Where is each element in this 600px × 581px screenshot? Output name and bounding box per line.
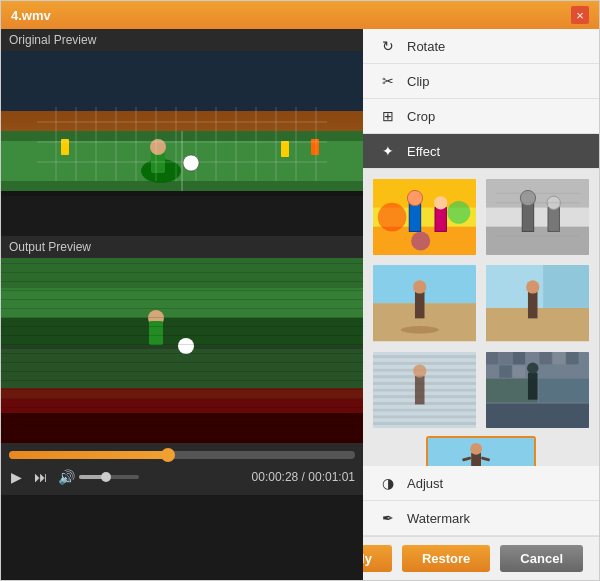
svg-rect-85 — [538, 378, 589, 402]
svg-point-34 — [434, 196, 447, 209]
right-panel: ↻ Rotate ✂ Clip ⊞ Crop ✦ Effect — [363, 29, 599, 580]
original-preview — [1, 51, 363, 236]
svg-point-53 — [401, 326, 439, 334]
svg-rect-3 — [1, 141, 363, 181]
tool-clip[interactable]: ✂ Clip — [363, 64, 599, 99]
original-scene — [1, 51, 363, 236]
svg-rect-83 — [513, 365, 525, 377]
svg-point-58 — [526, 280, 539, 293]
svg-rect-81 — [486, 365, 498, 377]
tool-watermark[interactable]: ✒ Watermark — [363, 501, 599, 536]
effect-icon: ✦ — [379, 142, 397, 160]
svg-point-52 — [413, 280, 426, 293]
play-button[interactable]: ▶ — [9, 467, 24, 487]
adjust-label: Adjust — [407, 476, 443, 491]
effect-svg-2 — [486, 179, 589, 255]
main-content: Original Preview — [1, 29, 599, 580]
left-panel: Original Preview — [1, 29, 363, 580]
svg-rect-21 — [149, 323, 163, 345]
svg-rect-43 — [548, 208, 559, 232]
output-preview-label: Output Preview — [1, 236, 363, 258]
svg-rect-76 — [513, 352, 525, 364]
svg-point-9 — [183, 155, 199, 171]
svg-point-36 — [447, 201, 470, 224]
svg-rect-75 — [499, 352, 511, 364]
clip-icon: ✂ — [379, 72, 397, 90]
effect-svg-3 — [373, 265, 476, 341]
effect-svg-7 — [428, 438, 534, 466]
svg-rect-14 — [1, 191, 363, 196]
forward-icon: ⏭ — [34, 469, 48, 485]
effect-thumb-3[interactable] — [371, 263, 478, 343]
close-button[interactable]: × — [571, 6, 589, 24]
effect-thumb-4[interactable] — [484, 263, 591, 343]
effects-grid-inner: Mirror Vertical — [371, 177, 591, 466]
svg-point-93 — [470, 443, 482, 455]
svg-rect-86 — [486, 403, 589, 428]
svg-point-22 — [148, 310, 164, 326]
forward-button[interactable]: ⏭ — [32, 467, 50, 487]
play-icon: ▶ — [11, 469, 22, 485]
main-window: 4.wmv × Original Preview — [0, 0, 600, 581]
svg-rect-57 — [528, 292, 538, 319]
effects-grid: Mirror Vertical — [363, 169, 599, 466]
svg-rect-16 — [1, 258, 363, 288]
svg-rect-27 — [1, 258, 363, 443]
svg-point-88 — [527, 362, 538, 373]
svg-rect-17 — [1, 288, 363, 318]
svg-rect-31 — [409, 203, 420, 232]
svg-rect-78 — [539, 352, 551, 364]
svg-rect-82 — [499, 365, 511, 377]
svg-point-32 — [407, 190, 422, 205]
volume-thumb[interactable] — [101, 472, 111, 482]
svg-point-37 — [411, 231, 430, 250]
apply-button[interactable]: Apply — [363, 545, 392, 572]
titlebar: 4.wmv × — [1, 1, 599, 29]
window-title: 4.wmv — [11, 8, 51, 23]
effect-thumb-6[interactable] — [484, 350, 591, 430]
svg-rect-1 — [1, 111, 363, 131]
svg-rect-11 — [61, 139, 69, 155]
svg-point-24 — [178, 338, 194, 354]
svg-rect-26 — [1, 413, 363, 443]
bottom-bar: Apply Restore Cancel — [363, 536, 599, 580]
effect-svg-1 — [373, 179, 476, 255]
effect-thumb-5[interactable] — [371, 350, 478, 430]
svg-rect-18 — [1, 346, 363, 349]
svg-rect-87 — [528, 372, 538, 399]
svg-rect-15 — [1, 258, 363, 350]
svg-rect-80 — [566, 352, 578, 364]
svg-rect-33 — [435, 208, 446, 232]
clip-label: Clip — [407, 74, 429, 89]
progress-fill — [9, 451, 168, 459]
time-display: 00:00:28 / 00:01:01 — [252, 470, 355, 484]
tool-crop[interactable]: ⊞ Crop — [363, 99, 599, 134]
svg-point-6 — [141, 159, 181, 183]
svg-rect-5 — [1, 191, 363, 236]
svg-point-35 — [378, 203, 407, 232]
crop-icon: ⊞ — [379, 107, 397, 125]
progress-thumb[interactable] — [161, 448, 175, 462]
svg-point-72 — [413, 364, 426, 377]
volume-track[interactable] — [79, 475, 139, 479]
svg-rect-79 — [553, 352, 565, 364]
cancel-button[interactable]: Cancel — [500, 545, 583, 572]
effect-thumb-1[interactable] — [371, 177, 478, 257]
effect-thumb-7[interactable]: Mirror Vertical — [426, 436, 536, 466]
adjust-icon: ◑ — [379, 474, 397, 492]
effect-svg-4 — [486, 265, 589, 341]
svg-rect-0 — [1, 51, 363, 111]
restore-button[interactable]: Restore — [402, 545, 490, 572]
svg-rect-12 — [281, 141, 289, 157]
svg-point-42 — [520, 190, 535, 205]
tool-adjust[interactable]: ◑ Adjust — [363, 466, 599, 501]
effect-svg-6 — [486, 352, 589, 428]
tool-menu: ↻ Rotate ✂ Clip ⊞ Crop ✦ Effect — [363, 29, 599, 169]
watermark-icon: ✒ — [379, 509, 397, 527]
original-preview-label: Original Preview — [1, 29, 363, 51]
svg-rect-51 — [415, 292, 425, 319]
tool-effect[interactable]: ✦ Effect — [363, 134, 599, 169]
tool-rotate[interactable]: ↻ Rotate — [363, 29, 599, 64]
effect-thumb-2[interactable] — [484, 177, 591, 257]
progress-bar[interactable] — [9, 451, 355, 459]
